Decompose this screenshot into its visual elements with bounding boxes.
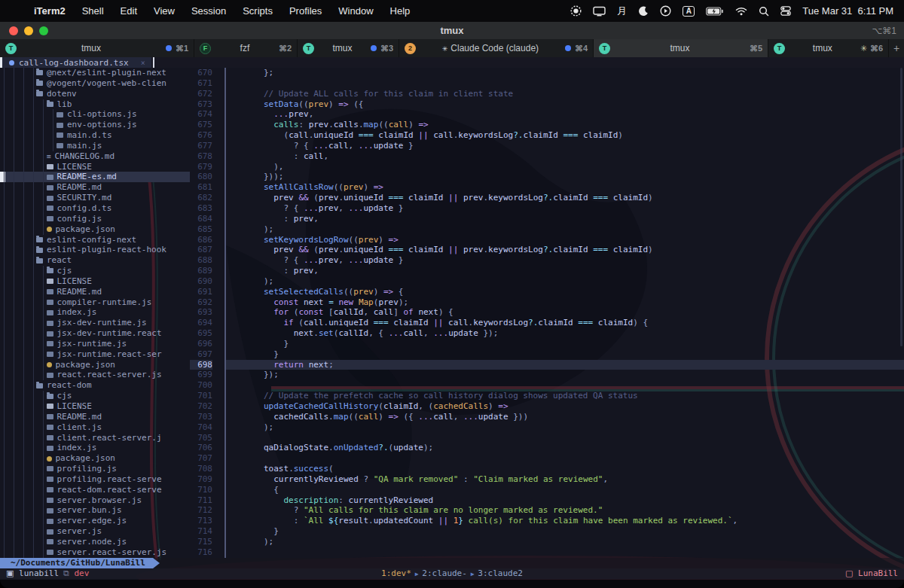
code-line[interactable]: : prev,: [226, 266, 904, 276]
code-line[interactable]: : `All ${result.updatedCount || 1} call(…: [226, 516, 904, 526]
moon-icon[interactable]: [638, 6, 649, 17]
tree-item-profiling.react-serve[interactable]: profiling.react-serve: [0, 474, 190, 485]
code-line[interactable]: [226, 453, 904, 464]
code-line[interactable]: return next;: [226, 360, 904, 370]
tree-item-index.js[interactable]: index.js: [0, 307, 190, 318]
code-line[interactable]: ...prev,: [226, 109, 904, 120]
tree-item-README.md[interactable]: README.md: [0, 287, 190, 297]
battery-icon[interactable]: [706, 7, 724, 16]
menu-bar-clock[interactable]: Tue Mar 31 6:11 PM: [802, 5, 893, 17]
tree-item-react.react-server.js[interactable]: react.react-server.js: [0, 370, 190, 380]
tab-6-tmux[interactable]: Ttmux✳⌘6: [768, 39, 889, 57]
tmux-window-2-claude-[interactable]: 2:claude-: [422, 568, 467, 578]
buffer-close-icon[interactable]: ×: [141, 59, 145, 67]
menu-item-shell[interactable]: Shell: [74, 5, 112, 17]
tree-item-cjs[interactable]: cjs: [0, 266, 190, 276]
code-line[interactable]: setAllCallsRow((prev) =>: [226, 182, 904, 193]
code-line[interactable]: );: [226, 537, 904, 547]
tree-item-main.d.ts[interactable]: main.d.ts: [0, 130, 190, 141]
code-line[interactable]: cachedCalls.map((call) => ({ ...call, ..…: [226, 412, 904, 422]
code-line[interactable]: toast.success(: [226, 464, 904, 474]
tree-item-compiler-runtime.js[interactable]: compiler-runtime.js: [0, 297, 190, 308]
tree-item-LICENSE[interactable]: LICENSE: [0, 276, 190, 287]
tree-item-@vogent-vogent-web-clien[interactable]: @vogent/vogent-web-clien: [0, 78, 190, 89]
tree-item-README.md[interactable]: README.md: [0, 182, 190, 193]
code-line[interactable]: setKeywordsLogRow((prev) =>: [226, 235, 904, 245]
code-line[interactable]: currentlyReviewed ? "QA mark removed" : …: [226, 474, 904, 485]
keyboard-layout-icon[interactable]: A: [683, 6, 695, 17]
tree-item-react-dom[interactable]: react-dom: [0, 380, 190, 391]
code-line[interactable]: ? { ...prev, ...update }: [226, 255, 904, 266]
record-icon[interactable]: [570, 5, 582, 17]
tmux-window-1-dev-[interactable]: 1:dev*: [381, 568, 411, 578]
code-line[interactable]: setData((prev) => ({: [226, 99, 904, 110]
tree-item-jsx-dev-runtime.js[interactable]: jsx-dev-runtime.js: [0, 318, 190, 328]
menu-item-help[interactable]: Help: [382, 5, 419, 17]
menu-item-window[interactable]: Window: [330, 5, 381, 17]
code-line[interactable]: : call,: [226, 151, 904, 162]
menu-item-session[interactable]: Session: [183, 5, 234, 17]
tree-item-dotenv[interactable]: dotenv: [0, 89, 190, 99]
code-line[interactable]: [226, 78, 904, 89]
tree-item-README.md[interactable]: README.md: [0, 412, 190, 422]
menu-item-profiles[interactable]: Profiles: [281, 5, 330, 17]
tree-item-eslint-config-next[interactable]: eslint-config-next: [0, 235, 190, 245]
code-line[interactable]: });: [226, 370, 904, 380]
tmux-window-3-claude2[interactable]: 3:claude2: [478, 568, 523, 578]
menu-item-scripts[interactable]: Scripts: [234, 5, 281, 17]
code-line[interactable]: calls: prev.calls.map((call) =>: [226, 120, 904, 130]
tree-item-server.bun.js[interactable]: server.bun.js: [0, 505, 190, 516]
tree-item-profiling.js[interactable]: profiling.js: [0, 464, 190, 474]
code-line[interactable]: }: [226, 339, 904, 349]
code-line[interactable]: description: currentlyReviewed: [226, 495, 904, 506]
tree-item-config.d.ts[interactable]: config.d.ts: [0, 203, 190, 214]
buffer-tab[interactable]: call-log-dashboard.tsx ×: [2, 57, 151, 68]
code-line[interactable]: [226, 433, 904, 443]
code-line[interactable]: }));: [226, 172, 904, 182]
code-line[interactable]: prev && (prev.uniqueId === claimId || pr…: [226, 193, 904, 203]
tab-3-tmux[interactable]: Ttmux⌘3: [298, 39, 399, 57]
tree-item-cjs[interactable]: cjs: [0, 391, 190, 401]
tab-5-tmux[interactable]: Ttmux⌘5: [594, 39, 768, 57]
code-line[interactable]: }: [226, 526, 904, 537]
code-line[interactable]: ? { ...prev, ...update }: [226, 203, 904, 214]
code-line[interactable]: {: [226, 485, 904, 495]
code-line[interactable]: // Update ALL calls for this claim in cl…: [226, 89, 904, 99]
tree-item-react[interactable]: react: [0, 255, 190, 266]
menu-app-name[interactable]: iTerm2: [26, 5, 74, 17]
code-line[interactable]: );: [226, 224, 904, 235]
search-icon[interactable]: [759, 6, 769, 17]
code-line[interactable]: : prev,: [226, 214, 904, 224]
tree-item-main.js[interactable]: main.js: [0, 141, 190, 151]
tree-item-react-dom.react-serve[interactable]: react-dom.react-serve: [0, 485, 190, 495]
tree-item-cli-options.js[interactable]: cli-options.js: [0, 109, 190, 120]
tree-item-@next-eslint-plugin-next[interactable]: @next/eslint-plugin-next: [0, 68, 190, 78]
tree-item-package.json[interactable]: package.json: [0, 360, 190, 370]
code-line[interactable]: ? { ...call, ...update }: [226, 141, 904, 151]
tree-item-jsx-runtime.js[interactable]: jsx-runtime.js: [0, 339, 190, 349]
code-line[interactable]: [226, 380, 904, 391]
tree-item-LICENSE[interactable]: LICENSE: [0, 401, 190, 412]
tree-item-jsx-runtime.react-ser[interactable]: jsx-runtime.react-ser: [0, 349, 190, 360]
code-line[interactable]: ),: [226, 162, 904, 172]
tree-item-CHANGELOG.md[interactable]: ≡CHANGELOG.md: [0, 151, 190, 162]
tree-item-client.react-server.j[interactable]: client.react-server.j: [0, 433, 190, 443]
play-icon[interactable]: [660, 5, 671, 17]
code-line[interactable]: next.set(callId, { ...call, ...update })…: [226, 328, 904, 339]
code-line[interactable]: for (const [callId, call] of next) {: [226, 307, 904, 318]
display-icon[interactable]: [593, 6, 606, 17]
tree-item-server.edge.js[interactable]: server.edge.js: [0, 516, 190, 526]
code-line[interactable]: qaDialogState.onUpdated?.(update);: [226, 443, 904, 453]
tree-item-config.js[interactable]: config.js: [0, 214, 190, 224]
tree-item-server.browser.js[interactable]: server.browser.js: [0, 495, 190, 506]
tab-1-tmux[interactable]: Ttmux⌘1: [0, 39, 194, 57]
tree-item-package.json[interactable]: package.json: [0, 224, 190, 235]
menu-item-view[interactable]: View: [145, 5, 183, 17]
tree-item-lib[interactable]: lib: [0, 99, 190, 110]
code-line[interactable]: );: [226, 276, 904, 287]
code-line[interactable]: );: [226, 422, 904, 433]
tree-item-client.js[interactable]: client.js: [0, 422, 190, 433]
tree-item-README-es.md[interactable]: README-es.md: [0, 172, 190, 182]
code-line[interactable]: };: [226, 68, 904, 78]
tree-item-env-options.js[interactable]: env-options.js: [0, 120, 190, 130]
